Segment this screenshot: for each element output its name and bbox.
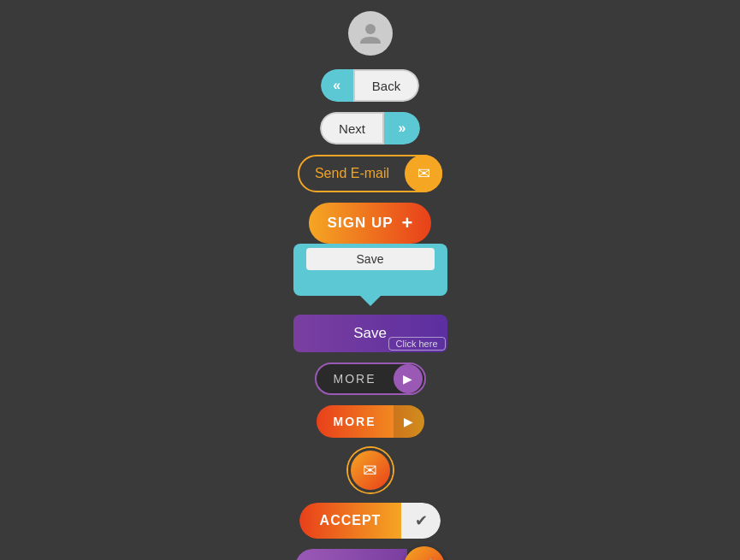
cart-icon: 🛒: [413, 557, 435, 560]
more-orange-button[interactable]: MORE ▶: [317, 405, 424, 438]
more-orange-arrow-box: ▶: [394, 405, 424, 438]
click-here-label[interactable]: Click here: [388, 337, 446, 351]
more-dark-label: MORE: [317, 372, 394, 386]
email-circle-button[interactable]: ✉: [348, 448, 393, 492]
accept-checkmark-box: ✔: [401, 503, 441, 539]
more-orange-label: MORE: [317, 415, 394, 428]
email-circle-icon: ✉: [363, 460, 377, 480]
next-label: Next: [320, 112, 384, 144]
email-icon-circle: ✉: [405, 155, 442, 192]
accept-label: ACCEPT: [299, 503, 402, 539]
signup-label: SIGN UP: [328, 215, 394, 232]
buy-new-label: BUY NEW: [295, 549, 406, 560]
next-arrow-box: »: [384, 112, 420, 144]
more-orange-arrow-icon: ▶: [404, 415, 413, 428]
signup-dropdown-panel: Save ▼: [293, 244, 447, 296]
accept-button[interactable]: ACCEPT ✔: [299, 503, 441, 539]
chevron-down-icon: ▼: [363, 273, 378, 291]
next-arrow-icon: »: [398, 121, 406, 136]
save-dropdown-item[interactable]: Save: [306, 248, 435, 270]
svg-point-0: [365, 24, 376, 34]
more-dark-arrow-icon: ▶: [403, 372, 412, 386]
save-purple-button[interactable]: Save Click here: [293, 315, 447, 352]
more-dark-button[interactable]: MORE ▶: [315, 363, 426, 395]
send-email-label: Send E-mail: [299, 156, 405, 191]
send-email-button[interactable]: Send E-mail ✉: [298, 155, 442, 192]
buy-new-button[interactable]: BUY NEW 🛒: [295, 549, 444, 560]
back-label: Back: [353, 69, 419, 102]
more-dark-arrow-circle: ▶: [394, 364, 423, 393]
checkmark-icon: ✔: [415, 511, 428, 530]
back-button[interactable]: « Back: [321, 69, 419, 102]
avatar: [348, 11, 393, 56]
dropdown-arrow: [360, 296, 381, 306]
save-purple-label: Save: [353, 325, 387, 342]
next-button[interactable]: Next »: [320, 112, 420, 144]
email-icon: ✉: [417, 164, 430, 183]
plus-icon: +: [402, 212, 413, 234]
back-arrow-icon: «: [333, 78, 340, 93]
cart-circle: 🛒: [404, 546, 445, 560]
signup-button[interactable]: SIGN UP +: [309, 203, 432, 244]
back-arrow-box: «: [321, 69, 353, 102]
